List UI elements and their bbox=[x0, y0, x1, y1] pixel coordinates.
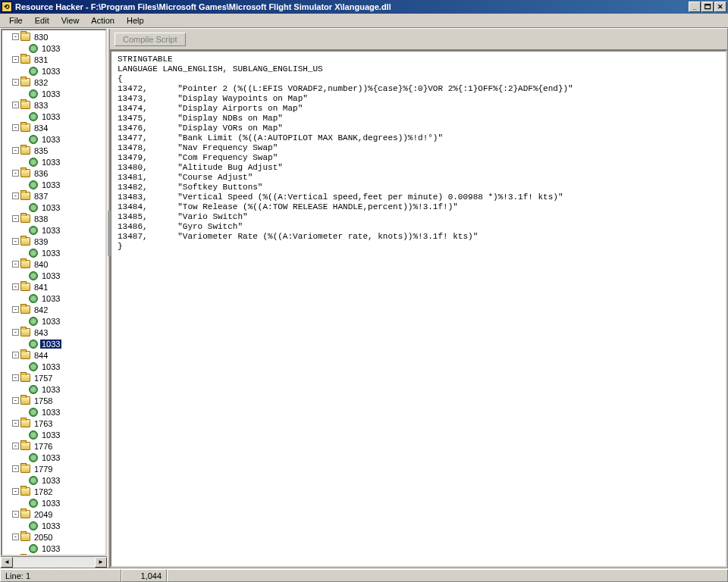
tree-folder-836[interactable]: -836 bbox=[4, 167, 105, 179]
collapse-icon[interactable]: - bbox=[12, 79, 19, 86]
compile-script-button[interactable]: Compile Script bbox=[115, 33, 186, 46]
scroll-left-icon[interactable]: ◄ bbox=[1, 557, 13, 568]
collapse-icon[interactable]: - bbox=[12, 102, 19, 108]
tree-item-835-1033[interactable]: 1033 bbox=[4, 156, 105, 167]
collapse-icon[interactable]: - bbox=[12, 488, 19, 495]
resource-icon bbox=[29, 294, 38, 303]
menu-file[interactable]: File bbox=[3, 14, 29, 27]
collapse-icon[interactable]: - bbox=[12, 397, 19, 404]
menu-action[interactable]: Action bbox=[85, 14, 121, 27]
collapse-icon[interactable]: - bbox=[12, 534, 19, 540]
resource-icon bbox=[29, 112, 38, 121]
tree-item-1779-1033[interactable]: 1033 bbox=[4, 474, 105, 486]
tree-folder-830[interactable]: -830 bbox=[4, 31, 105, 42]
collapse-icon[interactable]: - bbox=[12, 443, 19, 449]
item-label: 1033 bbox=[40, 135, 61, 144]
folder-label: 836 bbox=[33, 169, 49, 178]
close-button[interactable]: ✕ bbox=[714, 2, 726, 12]
collapse-icon[interactable]: - bbox=[12, 306, 19, 313]
tree-folder-1763[interactable]: -1763 bbox=[4, 418, 105, 429]
tree-folder-1758[interactable]: -1758 bbox=[4, 395, 105, 406]
tree-item-833-1033[interactable]: 1033 bbox=[4, 111, 105, 122]
collapse-icon[interactable]: - bbox=[12, 329, 19, 336]
tree-folder-838[interactable]: -838 bbox=[4, 213, 105, 224]
tree-folder-2051[interactable]: -2051 bbox=[4, 554, 105, 556]
tree-item-841-1033[interactable]: 1033 bbox=[4, 293, 105, 304]
tree-folder-835[interactable]: -835 bbox=[4, 145, 105, 156]
resource-icon bbox=[29, 521, 38, 530]
collapse-icon[interactable]: - bbox=[12, 465, 19, 472]
tree-item-843-1033[interactable]: 1033 bbox=[4, 338, 105, 349]
tree-item-834-1033[interactable]: 1033 bbox=[4, 133, 105, 145]
tree-item-837-1033[interactable]: 1033 bbox=[4, 202, 105, 213]
collapse-icon[interactable]: - bbox=[12, 374, 19, 381]
tree-item-832-1033[interactable]: 1033 bbox=[4, 88, 105, 99]
scroll-right-icon[interactable]: ► bbox=[95, 557, 107, 568]
tree-item-836-1033[interactable]: 1033 bbox=[4, 179, 105, 190]
tree-folder-839[interactable]: -839 bbox=[4, 236, 105, 247]
tree-item-830-1033[interactable]: 1033 bbox=[4, 42, 105, 54]
tree-item-1758-1033[interactable]: 1033 bbox=[4, 406, 105, 418]
collapse-icon[interactable]: - bbox=[12, 170, 19, 177]
tree-folder-843[interactable]: -843 bbox=[4, 327, 105, 338]
collapse-icon[interactable]: - bbox=[12, 56, 19, 63]
tree-item-1776-1033[interactable]: 1033 bbox=[4, 452, 105, 463]
tree-folder-1776[interactable]: -1776 bbox=[4, 440, 105, 452]
tree-folder-841[interactable]: -841 bbox=[4, 281, 105, 293]
tree-folder-834[interactable]: -834 bbox=[4, 122, 105, 133]
folder-icon bbox=[20, 442, 30, 450]
collapse-icon[interactable]: - bbox=[12, 420, 19, 427]
tree-folder-842[interactable]: -842 bbox=[4, 304, 105, 315]
folder-label: 2050 bbox=[33, 533, 54, 542]
menu-view[interactable]: View bbox=[55, 14, 86, 27]
tree-folder-2049[interactable]: -2049 bbox=[4, 508, 105, 520]
tree-folder-1779[interactable]: -1779 bbox=[4, 463, 105, 474]
tree-folder-832[interactable]: -832 bbox=[4, 77, 105, 88]
folder-label: 838 bbox=[33, 214, 49, 224]
collapse-icon[interactable]: - bbox=[12, 261, 19, 268]
tree-folder-2050[interactable]: -2050 bbox=[4, 531, 105, 543]
tree-folder-840[interactable]: -840 bbox=[4, 258, 105, 270]
folder-label: 2051 bbox=[33, 555, 54, 557]
item-label: 1033 bbox=[40, 521, 61, 530]
maximize-button[interactable]: 🗖 bbox=[701, 2, 714, 12]
folder-label: 2049 bbox=[33, 510, 54, 519]
folder-label: 843 bbox=[33, 328, 49, 337]
tree-item-831-1033[interactable]: 1033 bbox=[4, 65, 105, 77]
tree-item-1763-1033[interactable]: 1033 bbox=[4, 429, 105, 440]
collapse-icon[interactable]: - bbox=[12, 511, 19, 518]
collapse-icon[interactable]: - bbox=[12, 283, 19, 290]
tree-folder-1757[interactable]: -1757 bbox=[4, 372, 105, 383]
tree-item-838-1033[interactable]: 1033 bbox=[4, 224, 105, 236]
menu-edit[interactable]: Edit bbox=[29, 14, 55, 27]
tree-folder-833[interactable]: -833 bbox=[4, 99, 105, 111]
collapse-icon[interactable]: - bbox=[12, 124, 19, 131]
splitter[interactable] bbox=[107, 29, 110, 568]
minimize-button[interactable]: _ bbox=[689, 2, 701, 12]
collapse-icon[interactable]: - bbox=[12, 192, 19, 199]
resource-tree[interactable]: -8301033-8311033-8321033-8331033-8341033… bbox=[1, 29, 107, 556]
tree-item-844-1033[interactable]: 1033 bbox=[4, 361, 105, 372]
tree-folder-1782[interactable]: -1782 bbox=[4, 486, 105, 497]
tree-folder-837[interactable]: -837 bbox=[4, 190, 105, 202]
statusbar: Line: 1 1,044 bbox=[0, 568, 728, 582]
menu-help[interactable]: Help bbox=[121, 14, 150, 27]
collapse-icon[interactable]: - bbox=[12, 147, 19, 154]
tree-item-2049-1033[interactable]: 1033 bbox=[4, 520, 105, 531]
item-label: 1033 bbox=[40, 317, 61, 326]
tree-folder-831[interactable]: -831 bbox=[4, 54, 105, 65]
tree-item-842-1033[interactable]: 1033 bbox=[4, 315, 105, 327]
folder-icon bbox=[20, 192, 30, 200]
tree-folder-844[interactable]: -844 bbox=[4, 349, 105, 361]
script-editor[interactable]: STRINGTABLE LANGUAGE LANG_ENGLISH, SUBLA… bbox=[110, 50, 727, 568]
tree-item-840-1033[interactable]: 1033 bbox=[4, 270, 105, 281]
tree-item-1757-1033[interactable]: 1033 bbox=[4, 383, 105, 395]
tree-item-2050-1033[interactable]: 1033 bbox=[4, 543, 105, 554]
collapse-icon[interactable]: - bbox=[12, 215, 19, 222]
tree-hscrollbar[interactable]: ◄ ► bbox=[1, 556, 107, 568]
tree-item-1782-1033[interactable]: 1033 bbox=[4, 497, 105, 508]
collapse-icon[interactable]: - bbox=[12, 352, 19, 358]
collapse-icon[interactable]: - bbox=[12, 33, 19, 40]
collapse-icon[interactable]: - bbox=[12, 238, 19, 245]
tree-item-839-1033[interactable]: 1033 bbox=[4, 247, 105, 258]
